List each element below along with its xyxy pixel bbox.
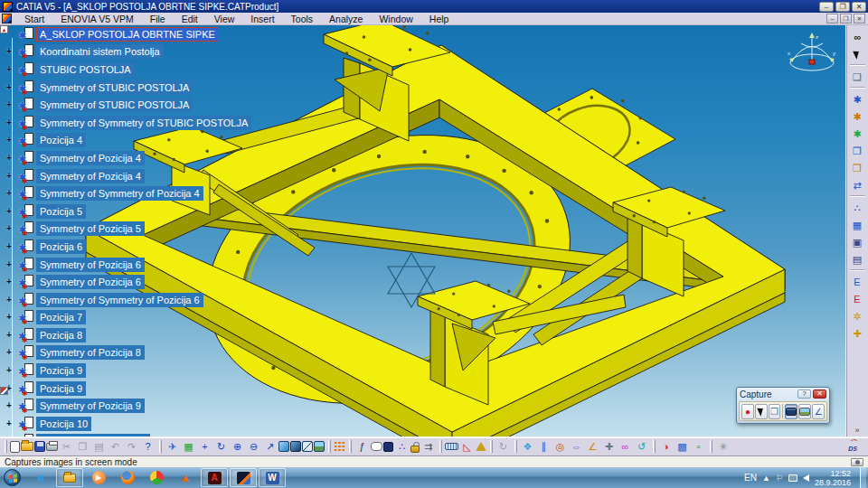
toolbar-handle[interactable] (5, 440, 7, 453)
zoom-in-icon[interactable]: ⊕ (230, 439, 245, 454)
component-icon[interactable]: ✱✱ (18, 345, 33, 360)
clash-analysis-icon[interactable]: ◑ (658, 439, 674, 454)
capture-screen-mode-button[interactable] (785, 404, 797, 419)
lock-icon[interactable] (410, 446, 420, 453)
contact-constraint-icon[interactable]: ◎ (552, 439, 568, 454)
fix-together-icon[interactable]: ∞ (618, 439, 633, 454)
replace-component-icon[interactable]: ⇄ (850, 178, 865, 192)
tree-expand-icon[interactable]: + (0, 348, 18, 357)
select-arrow-icon[interactable] (850, 47, 865, 61)
capture-axis-button[interactable]: ∠ (812, 404, 825, 419)
offset-constraint-icon[interactable]: ⇔ (569, 439, 584, 454)
tree-expand-icon[interactable]: + (0, 419, 18, 428)
tree-expand-icon[interactable]: + (0, 242, 18, 251)
tree-item-label[interactable]: Symmetry of STUBIC POSTOLJA (36, 80, 193, 95)
toolbar-handle[interactable] (328, 440, 331, 453)
fly-mode-icon[interactable]: ✈ (165, 439, 180, 454)
menu-file[interactable]: File (142, 14, 174, 24)
pan-icon[interactable]: + (197, 439, 212, 454)
existing-component-icon[interactable]: ❐ (850, 144, 865, 158)
taskbar-app-firefox[interactable] (114, 468, 141, 487)
component-icon[interactable]: ✱✱ (18, 62, 33, 77)
new-component-icon[interactable]: ✱ (850, 92, 865, 107)
whats-this-help-icon[interactable]: ? (140, 439, 156, 454)
capture-image-mode-button[interactable] (798, 404, 811, 419)
menu-window[interactable]: Window (371, 14, 420, 24)
component-icon[interactable]: ✱✱ (18, 186, 33, 201)
tree-expand-icon[interactable]: + (0, 207, 18, 216)
component-icon[interactable]: ✱✱ (18, 399, 33, 413)
menu-analyze[interactable]: Analyze (321, 14, 371, 24)
mdi-minimize-button[interactable]: – (826, 14, 838, 23)
show-desktop-button[interactable] (860, 467, 866, 488)
fast-multi-instantiation-icon[interactable]: ✲ (850, 309, 865, 324)
tree-item-label[interactable]: Pozicija 9 (36, 381, 86, 396)
network-icon[interactable] (788, 474, 797, 482)
measure-item-icon[interactable]: ◺ (459, 439, 475, 454)
menu-help[interactable]: Help (421, 14, 458, 24)
rotate-icon[interactable]: ↻ (213, 439, 229, 454)
capture-help-button[interactable]: ? (797, 389, 811, 399)
menu-tools[interactable]: Tools (283, 14, 322, 24)
fit-all-in-icon[interactable]: ▦ (181, 439, 196, 454)
tree-expand-icon[interactable]: + (0, 189, 18, 198)
angle-constraint-icon[interactable]: ∠ (585, 439, 600, 454)
capture-status-icon[interactable] (851, 458, 863, 466)
tree-item-label[interactable]: Pozicija 9 (36, 363, 86, 378)
pan-document-icon[interactable]: ❏ (850, 70, 865, 84)
existing-component-positioned-icon[interactable]: ❐ (850, 161, 865, 175)
cut-icon[interactable]: ✂ (59, 439, 74, 454)
tree-item-label[interactable]: Symmetry of Pozicija 6 (36, 258, 145, 272)
wireframe-view-icon[interactable] (302, 441, 313, 452)
tree-expand-icon[interactable]: + (0, 136, 18, 145)
component-icon[interactable]: ✱ (18, 27, 33, 42)
component-icon[interactable]: ✱✱ (18, 310, 33, 324)
tree-item-label[interactable]: Symmetry of STUBIC POSTOLJA (36, 98, 193, 112)
minimize-button[interactable]: – (819, 2, 834, 12)
tree-item-label[interactable]: Symmetry of Pozicija 9 (36, 399, 145, 413)
restore-button[interactable]: ❐ (835, 2, 850, 12)
tree-expand-icon[interactable]: + (0, 313, 18, 322)
tree-expand-icon[interactable]: + (0, 224, 18, 233)
tree-scroll-marker-top[interactable]: ▲ (0, 25, 8, 33)
tree-expand-icon[interactable]: + (0, 260, 18, 269)
component-icon[interactable]: ✱✱ (18, 239, 33, 254)
selective-load-icon[interactable]: ▣ (850, 235, 865, 249)
tree-item-label[interactable]: Symmetry of Symmetry of STUBIC POSTOLJA (36, 116, 251, 130)
tree-item-label[interactable]: Pozicija 4 (36, 133, 86, 147)
catalog-browser-icon[interactable]: E (850, 275, 865, 289)
filter-icon[interactable]: ⇉ (420, 439, 436, 454)
camera-view-icon[interactable]: ∞ (850, 30, 865, 44)
capture-close-button[interactable]: ✕ (813, 389, 826, 399)
record-mode-button[interactable]: ● (741, 404, 754, 419)
taskbar-app-internet-explorer[interactable]: e (27, 468, 54, 487)
print-document-icon[interactable] (46, 443, 58, 451)
formula-icon[interactable]: ƒ (354, 439, 370, 454)
copy-icon[interactable]: ❐ (75, 439, 90, 454)
tray-expand-icon[interactable]: ▲ (762, 474, 770, 483)
tree-expand-icon[interactable]: + (0, 65, 18, 74)
clock[interactable]: 12:52 28.9.2016 (815, 469, 851, 487)
catalog-browser-alt-icon[interactable]: E (850, 292, 865, 306)
tree-expand-icon[interactable]: + (0, 47, 18, 56)
tree-item-label[interactable]: A_SKLOP POSTOLJA OBRTNE SIPKE (36, 27, 219, 42)
component-icon[interactable]: ✱✱ (18, 417, 33, 431)
component-icon[interactable]: ✱✱ (18, 328, 33, 343)
component-icon[interactable]: ✱✱ (18, 151, 33, 165)
relations-graph-icon[interactable]: ∴ (394, 439, 410, 454)
tree-item-label[interactable]: Symmetry of Pozicija 4 (36, 151, 145, 165)
new-part-icon[interactable]: ✱ (850, 127, 865, 141)
tree-expand-icon[interactable]: + (0, 401, 18, 410)
enhanced-scene-icon[interactable]: ✳ (715, 439, 731, 454)
new-product-icon[interactable]: ✱ (850, 109, 865, 124)
tree-item-label[interactable]: Koordinatni sistem Postolja (36, 44, 164, 59)
menu-view[interactable]: View (206, 14, 243, 24)
component-icon[interactable]: ✱✱ (18, 221, 33, 236)
taskbar-app-word[interactable]: W (259, 468, 286, 487)
grid-snap-icon[interactable] (334, 441, 345, 452)
graph-tree-reordering-icon[interactable]: ∴ (850, 201, 865, 215)
tree-item-label[interactable]: STUBIC POSTOLJA (36, 62, 135, 77)
measure-inertia-icon[interactable] (476, 442, 486, 451)
component-icon[interactable]: ✱✱ (18, 169, 33, 183)
menu-edit[interactable]: Edit (174, 14, 206, 24)
